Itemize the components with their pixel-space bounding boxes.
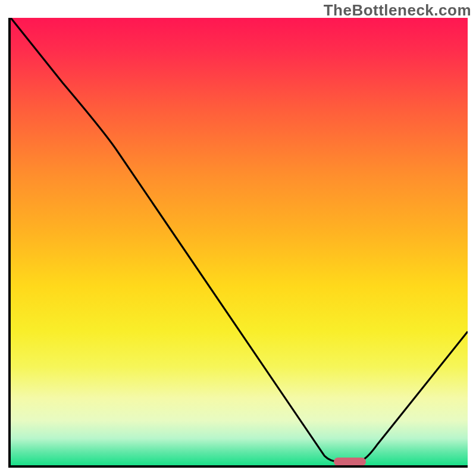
curve-svg [11,18,468,465]
bottleneck-curve-path [11,18,468,462]
chart-container: TheBottleneck.com [0,0,476,476]
watermark-text: TheBottleneck.com [324,1,471,20]
optimal-marker [334,458,366,466]
plot-area [8,18,468,468]
